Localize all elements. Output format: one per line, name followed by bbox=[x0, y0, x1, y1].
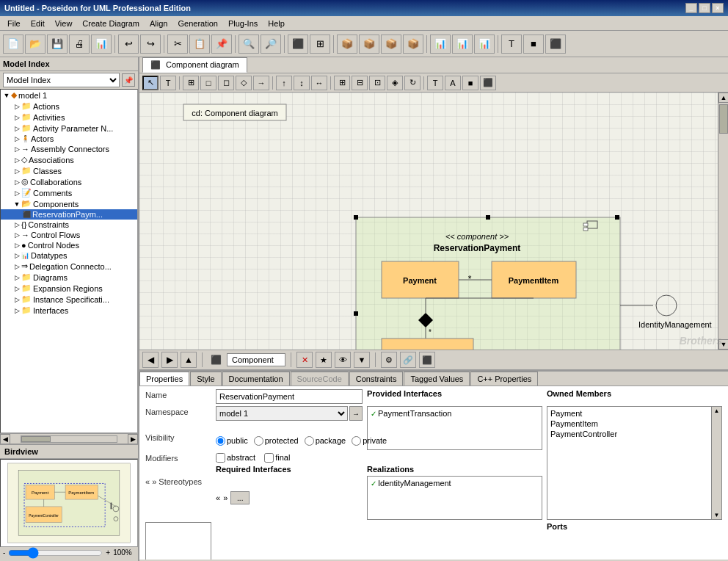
component-rounded-tool[interactable]: ◻ bbox=[218, 76, 234, 90]
tree-item-expansion[interactable]: ▷ 📁 Expansion Regions bbox=[1, 283, 137, 294]
toolbar-btn-g[interactable]: 📊 bbox=[474, 35, 495, 54]
actparam-expand[interactable]: ▷ bbox=[12, 125, 21, 132]
ctrlflows-expand[interactable]: ▷ bbox=[12, 231, 21, 239]
paint-tool[interactable]: ■ bbox=[462, 76, 478, 90]
square-btn[interactable]: ⬛ bbox=[419, 352, 435, 368]
menu-file[interactable]: File bbox=[3, 18, 25, 29]
menu-create-diagram[interactable]: Create Diagram bbox=[78, 18, 144, 29]
menu-align[interactable]: Align bbox=[145, 18, 172, 29]
zoom-slider[interactable] bbox=[8, 549, 103, 557]
tab-cpp[interactable]: C++ Properties bbox=[470, 372, 538, 386]
eye-button[interactable]: 👁 bbox=[335, 352, 351, 368]
toolbar-btn-i[interactable]: ■ bbox=[523, 35, 544, 54]
constraints-expand[interactable]: ▷ bbox=[12, 221, 21, 228]
hline-tool[interactable]: ⊟ bbox=[352, 76, 368, 90]
name-input[interactable] bbox=[216, 389, 363, 404]
save-button[interactable]: 💾 bbox=[47, 35, 68, 54]
visibility-protected[interactable]: protected bbox=[254, 436, 299, 446]
up-button[interactable]: ▲ bbox=[181, 352, 197, 368]
print-button[interactable]: 🖨 bbox=[69, 35, 90, 54]
open-button[interactable]: 📂 bbox=[25, 35, 46, 54]
title-bar-controls[interactable]: _ □ × bbox=[685, 3, 724, 13]
assoc-expand[interactable]: ▷ bbox=[12, 156, 21, 164]
menu-generation[interactable]: Generation bbox=[173, 18, 222, 29]
tree-item-comments[interactable]: ▷ 📝 Comments bbox=[1, 187, 137, 198]
actors-expand[interactable]: ▷ bbox=[12, 135, 21, 142]
export-button[interactable]: 📊 bbox=[91, 35, 112, 54]
tree-item-reservationpayment[interactable]: ⬛ ReservationPaym... bbox=[1, 209, 137, 220]
maximize-button[interactable]: □ bbox=[699, 3, 710, 13]
comments-expand[interactable]: ▷ bbox=[12, 189, 21, 197]
tree-item-actors[interactable]: ▷ 🧍 Actors bbox=[1, 134, 137, 144]
owned-scroll-down[interactable]: ▼ bbox=[712, 511, 721, 519]
tree-item-associations[interactable]: ▷ ◇ Associations bbox=[1, 154, 137, 165]
h-scroll-track[interactable] bbox=[21, 435, 117, 443]
menu-view[interactable]: View bbox=[51, 18, 77, 29]
layout-button[interactable]: ⬛ bbox=[288, 35, 308, 54]
instance-expand[interactable]: ▷ bbox=[12, 296, 21, 303]
classes-expand[interactable]: ▷ bbox=[12, 167, 21, 175]
tab-properties[interactable]: Properties bbox=[139, 372, 189, 386]
components-expand[interactable]: ▼ bbox=[12, 200, 21, 208]
tree-item-classes[interactable]: ▷ 📁 Classes bbox=[1, 165, 137, 176]
tab-documentation[interactable]: Documentation bbox=[222, 372, 290, 386]
connect-down-tool[interactable]: ↕ bbox=[294, 76, 310, 90]
horizontal-scrollbar[interactable]: ◀ ▶ bbox=[0, 433, 138, 444]
tree-container[interactable]: ▼ ◆ model 1 ▷ 📁 Actions ▷ 📁 Activities ▷… bbox=[0, 89, 138, 433]
zoom-in-button[interactable]: 🔍 bbox=[239, 35, 259, 54]
collab-expand[interactable]: ▷ bbox=[12, 178, 21, 186]
toolbar-btn-c[interactable]: 📦 bbox=[381, 35, 401, 54]
vscroll-up[interactable]: ▲ bbox=[718, 93, 728, 103]
vscroll-track[interactable] bbox=[718, 104, 728, 134]
diagram-vscrollbar[interactable]: ▲ ▼ bbox=[718, 93, 728, 350]
eraser-tool[interactable]: ⬛ bbox=[480, 76, 496, 90]
select-tool[interactable]: ↖ bbox=[142, 76, 159, 90]
namespace-select[interactable]: model 1 bbox=[216, 406, 348, 421]
tab-sourcecode[interactable]: SourceCode bbox=[291, 372, 349, 386]
model-index-btn[interactable]: 📌 bbox=[122, 73, 135, 87]
owned-scroll-up[interactable]: ▲ bbox=[712, 407, 721, 415]
rotate-tool[interactable]: ↻ bbox=[404, 76, 421, 90]
toolbar-btn-a[interactable]: 📦 bbox=[337, 35, 357, 54]
tab-constraints[interactable]: Constraints bbox=[349, 372, 404, 386]
component-rect-tool[interactable]: □ bbox=[200, 76, 216, 90]
back-button[interactable]: ◀ bbox=[142, 352, 159, 368]
visibility-private[interactable]: private bbox=[352, 436, 387, 446]
pin-tool[interactable]: ◈ bbox=[387, 76, 403, 90]
minimize-button[interactable]: _ bbox=[685, 3, 697, 13]
table-tool[interactable]: ⊞ bbox=[334, 76, 350, 90]
redo-button[interactable]: ↪ bbox=[140, 35, 161, 54]
stereo-btn[interactable]: ... bbox=[230, 491, 250, 504]
toolbar-btn-b[interactable]: 📦 bbox=[359, 35, 379, 54]
visibility-package[interactable]: package bbox=[305, 436, 346, 446]
connect-up-tool[interactable]: ↑ bbox=[276, 76, 292, 90]
tree-item-activities[interactable]: ▷ 📁 Activities bbox=[1, 112, 137, 123]
toolbar-btn-e[interactable]: 📊 bbox=[430, 35, 451, 54]
connect-lr-tool[interactable]: ↔ bbox=[311, 76, 327, 90]
tree-item-delegation[interactable]: ▷ ⇒ Delegation Connecto... bbox=[1, 261, 137, 272]
zoom-out-button[interactable]: 🔎 bbox=[261, 35, 281, 54]
tree-item-interfaces[interactable]: ▷ 📁 Interfaces bbox=[1, 305, 137, 316]
namespace-go-btn[interactable]: → bbox=[349, 406, 363, 421]
owned-members-scrollbar[interactable]: ▲ ▼ bbox=[711, 407, 721, 519]
connect-btn[interactable]: 🔗 bbox=[400, 352, 416, 368]
tree-item-collaborations[interactable]: ▷ ◎ Collaborations bbox=[1, 176, 137, 187]
grid-button[interactable]: ⊞ bbox=[310, 35, 330, 54]
cut-button[interactable]: ✂ bbox=[167, 35, 188, 54]
vscroll-thumb[interactable] bbox=[719, 104, 728, 134]
new-button[interactable]: 📄 bbox=[3, 35, 23, 54]
paste-button[interactable]: 📌 bbox=[211, 35, 232, 54]
copy-button[interactable]: 📋 bbox=[189, 35, 210, 54]
tree-item-instance[interactable]: ▷ 📁 Instance Specificati... bbox=[1, 294, 137, 305]
assembly-expand[interactable]: ▷ bbox=[12, 145, 21, 153]
layout-btn[interactable]: ⚙ bbox=[381, 352, 397, 368]
tree-item-actions[interactable]: ▷ 📁 Actions bbox=[1, 101, 137, 112]
text-tool[interactable]: T bbox=[160, 76, 176, 90]
visibility-public[interactable]: public bbox=[216, 436, 248, 446]
highlight-button[interactable]: ★ bbox=[316, 352, 332, 368]
tree-item-assembly[interactable]: ▷ → Assembly Connectors bbox=[1, 144, 137, 154]
toolbar-btn-h[interactable]: T bbox=[501, 35, 522, 54]
diagrams-expand[interactable]: ▷ bbox=[12, 274, 21, 281]
modifier-abstract[interactable]: abstract bbox=[216, 453, 255, 463]
tree-item-datatypes[interactable]: ▷ 📊 Datatypes bbox=[1, 250, 137, 261]
